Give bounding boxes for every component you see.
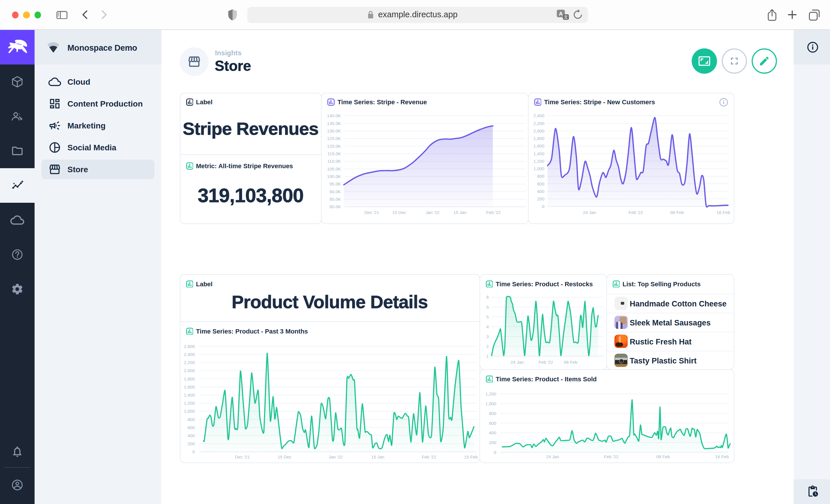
- svg-text:1,800: 1,800: [184, 376, 195, 381]
- svg-text:2,400: 2,400: [534, 113, 544, 118]
- svg-text:Jan '22: Jan '22: [329, 455, 343, 459]
- svg-text:15 Dec: 15 Dec: [392, 210, 406, 215]
- svg-text:Feb '22: Feb '22: [604, 454, 618, 459]
- svg-text:600: 600: [537, 181, 544, 186]
- svg-text:2,200: 2,200: [184, 360, 195, 365]
- svg-text:80.0K: 80.0K: [329, 204, 341, 209]
- svg-text:1,000: 1,000: [485, 401, 496, 406]
- svg-text:95.0K: 95.0K: [329, 181, 341, 186]
- svg-text:135.0K: 135.0K: [327, 121, 341, 126]
- svg-text:90.0K: 90.0K: [329, 189, 341, 194]
- svg-text:400: 400: [537, 189, 544, 194]
- svg-text:200: 200: [489, 440, 496, 445]
- svg-text:24 Jan: 24 Jan: [546, 454, 560, 459]
- svg-text:15 Feb: 15 Feb: [464, 455, 478, 459]
- svg-text:2,000: 2,000: [534, 129, 544, 133]
- svg-text:Feb '22: Feb '22: [629, 210, 643, 215]
- svg-text:1,000: 1,000: [184, 409, 195, 413]
- svg-text:1,000: 1,000: [534, 166, 544, 171]
- svg-text:800: 800: [489, 411, 496, 416]
- svg-text:85.0K: 85.0K: [329, 197, 341, 202]
- svg-text:1: 1: [486, 354, 489, 359]
- svg-text:1,800: 1,800: [534, 136, 544, 141]
- svg-text:1,200: 1,200: [485, 392, 496, 396]
- svg-text:1,600: 1,600: [534, 143, 544, 148]
- svg-text:200: 200: [537, 196, 544, 201]
- svg-text:130.0K: 130.0K: [327, 129, 341, 133]
- svg-text:24 Jan: 24 Jan: [511, 360, 524, 365]
- svg-text:2,000: 2,000: [184, 368, 195, 373]
- svg-text:400: 400: [489, 430, 496, 435]
- svg-text:0: 0: [542, 204, 544, 209]
- svg-text:4: 4: [486, 324, 489, 329]
- svg-text:08 Feb: 08 Feb: [670, 210, 683, 215]
- svg-text:2,600: 2,600: [184, 344, 195, 349]
- svg-text:08 Feb: 08 Feb: [564, 360, 577, 365]
- svg-text:200: 200: [188, 441, 195, 446]
- svg-text:0: 0: [193, 449, 195, 454]
- svg-text:800: 800: [188, 417, 195, 422]
- svg-text:600: 600: [188, 425, 195, 430]
- svg-text:Jan '22: Jan '22: [426, 210, 440, 215]
- svg-text:15 Jan: 15 Jan: [453, 210, 467, 215]
- svg-text:800: 800: [537, 174, 544, 178]
- svg-text:100.0K: 100.0K: [327, 174, 341, 179]
- svg-text:08 Feb: 08 Feb: [656, 454, 670, 459]
- svg-text:125.0K: 125.0K: [327, 136, 341, 141]
- svg-text:1,400: 1,400: [184, 393, 195, 397]
- svg-text:1,600: 1,600: [184, 384, 195, 390]
- svg-text:Feb '22: Feb '22: [539, 360, 553, 365]
- svg-text:600: 600: [489, 421, 496, 426]
- svg-text:105.0K: 105.0K: [327, 166, 341, 171]
- svg-text:400: 400: [188, 433, 195, 438]
- svg-text:6: 6: [486, 295, 489, 300]
- svg-text:2,200: 2,200: [534, 121, 544, 126]
- svg-text:15 Dec: 15 Dec: [278, 455, 292, 459]
- svg-text:1,200: 1,200: [534, 159, 544, 164]
- svg-text:15 Jan: 15 Jan: [371, 455, 384, 459]
- svg-text:110.0K: 110.0K: [327, 159, 341, 164]
- svg-text:Feb '22: Feb '22: [486, 210, 501, 215]
- svg-text:16 Feb: 16 Feb: [715, 454, 729, 459]
- svg-text:1,400: 1,400: [534, 151, 544, 156]
- svg-text:16 Feb: 16 Feb: [716, 210, 730, 215]
- svg-text:Feb '22: Feb '22: [422, 455, 436, 459]
- svg-text:3: 3: [486, 334, 489, 339]
- svg-text:24 Jan: 24 Jan: [583, 210, 596, 215]
- svg-text:140.0K: 140.0K: [327, 113, 341, 118]
- svg-text:2: 2: [486, 344, 489, 349]
- svg-text:Dec '21: Dec '21: [235, 455, 250, 459]
- svg-text:0: 0: [494, 450, 496, 455]
- svg-text:2,400: 2,400: [184, 352, 195, 357]
- svg-text:Dec '21: Dec '21: [364, 210, 379, 215]
- svg-text:5: 5: [486, 305, 489, 310]
- svg-text:120.0K: 120.0K: [327, 144, 341, 148]
- svg-text:115.0K: 115.0K: [327, 151, 341, 156]
- svg-text:5: 5: [486, 314, 489, 320]
- svg-text:1,200: 1,200: [184, 401, 195, 405]
